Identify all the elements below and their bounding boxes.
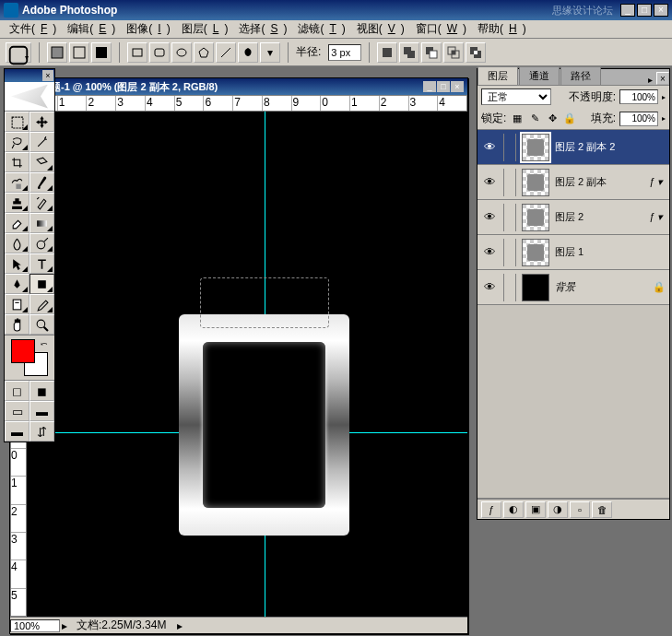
doc-close-button[interactable]: ×	[451, 81, 464, 92]
panel-menu-button[interactable]: ▸	[643, 75, 656, 85]
pen-tool[interactable]	[5, 274, 29, 294]
doc-info-dropdown-icon[interactable]: ▸	[177, 619, 183, 632]
hand-tool[interactable]	[5, 314, 29, 335]
visibility-icon[interactable]: 👁	[481, 139, 498, 156]
layer-row[interactable]: 👁图层 2ƒ ▾	[477, 200, 669, 235]
eyedropper-tool[interactable]	[29, 294, 54, 314]
tab-paths[interactable]: 路径	[560, 66, 601, 85]
doc-maximize-button[interactable]: □	[437, 81, 450, 92]
menu-图像[interactable]: 图像(I)	[121, 19, 175, 39]
layer-fx-icon[interactable]: ƒ ▾	[649, 211, 666, 223]
visibility-icon[interactable]: 👁	[481, 279, 498, 296]
combine-exclude[interactable]	[466, 42, 486, 63]
shape-tool[interactable]	[29, 274, 54, 294]
delete-layer-button[interactable]: 🗑	[592, 501, 612, 518]
opacity-slider-icon[interactable]: ▸	[662, 93, 666, 101]
standard-mode-icon[interactable]: ◻	[5, 381, 29, 401]
dodge-tool[interactable]	[29, 233, 54, 253]
combine-subtract[interactable]	[421, 42, 442, 63]
lock-paint-icon[interactable]: ✎	[527, 112, 542, 126]
menu-窗口[interactable]: 窗口(W)	[410, 19, 472, 39]
zoom-tool[interactable]	[29, 314, 54, 335]
type-tool[interactable]	[29, 253, 54, 274]
visibility-icon[interactable]: 👁	[481, 244, 498, 261]
lasso-tool[interactable]	[5, 132, 29, 152]
visibility-icon[interactable]: 👁	[481, 174, 498, 191]
healing-tool[interactable]	[5, 172, 29, 193]
radius-input[interactable]	[328, 44, 361, 61]
blend-mode-select[interactable]: 正常	[481, 88, 551, 105]
horizontal-ruler[interactable]: 012345678901234	[27, 95, 467, 112]
eraser-tool[interactable]	[5, 213, 29, 233]
toolbox-close-button[interactable]: ×	[42, 70, 53, 81]
fill-input[interactable]	[619, 112, 658, 126]
layer-row[interactable]: 👁图层 1	[477, 235, 669, 270]
menu-视图[interactable]: 视图(V)	[351, 19, 410, 39]
maximize-button[interactable]: □	[637, 4, 652, 17]
layer-row[interactable]: 👁图层 2 副本ƒ ▾	[477, 165, 669, 200]
zoom-input[interactable]	[10, 619, 60, 632]
layer-name[interactable]: 图层 2	[555, 210, 643, 224]
combine-add[interactable]	[399, 42, 419, 63]
lock-all-icon[interactable]: 🔒	[562, 112, 577, 126]
lock-move-icon[interactable]: ✥	[545, 112, 560, 126]
lock-transparency-icon[interactable]: ▦	[510, 112, 525, 126]
screen-full-icon[interactable]: ▬	[5, 421, 29, 442]
combine-intersect[interactable]	[443, 42, 464, 63]
screen-full-menu-icon[interactable]: ▬	[29, 401, 54, 421]
menu-图层[interactable]: 图层(L)	[176, 19, 234, 39]
link-column[interactable]	[503, 169, 516, 196]
layer-row[interactable]: 👁图层 2 副本 2	[477, 130, 669, 165]
layer-thumbnail[interactable]	[522, 274, 549, 301]
layer-thumbnail[interactable]	[522, 239, 549, 266]
layer-thumbnail[interactable]	[522, 134, 549, 161]
layer-name[interactable]: 背景	[555, 280, 647, 294]
gradient-tool[interactable]	[29, 213, 54, 233]
canvas[interactable]	[27, 112, 467, 617]
custom-shape[interactable]	[238, 42, 258, 63]
layer-fx-icon[interactable]: ƒ ▾	[649, 176, 666, 188]
jump-to-icon[interactable]: ⇵	[29, 421, 54, 442]
tab-layers[interactable]: 图层	[477, 66, 518, 85]
shape-options-dropdown[interactable]: ▾	[260, 42, 280, 63]
slice-tool[interactable]	[29, 152, 54, 172]
path-select-tool[interactable]	[5, 253, 29, 274]
link-column[interactable]	[503, 274, 516, 301]
combine-new[interactable]	[377, 42, 397, 63]
rectangle-shape[interactable]	[127, 42, 147, 63]
zoom-dropdown-icon[interactable]: ▸	[60, 619, 69, 632]
tool-preset-button[interactable]	[6, 42, 31, 63]
selection-marquee[interactable]	[200, 277, 329, 328]
shape-layer-mode[interactable]	[47, 42, 67, 63]
layer-style-button[interactable]: ƒ	[481, 501, 501, 518]
foreground-color[interactable]	[11, 339, 35, 363]
tab-channels[interactable]: 通道	[519, 66, 560, 85]
panel-close-button[interactable]: ×	[656, 72, 669, 85]
layer-thumbnail[interactable]	[522, 169, 549, 196]
path-mode[interactable]	[69, 42, 89, 63]
notes-tool[interactable]	[5, 294, 29, 314]
menu-滤镜[interactable]: 滤镜(T)	[292, 19, 350, 39]
doc-minimize-button[interactable]: _	[423, 81, 436, 92]
adjustment-layer-button[interactable]: ◑	[548, 501, 568, 518]
polygon-shape[interactable]	[194, 42, 214, 63]
menu-编辑[interactable]: 编辑(E)	[62, 19, 121, 39]
link-column[interactable]	[503, 134, 516, 161]
layer-name[interactable]: 图层 1	[555, 245, 666, 259]
crop-tool[interactable]	[5, 152, 29, 172]
visibility-icon[interactable]: 👁	[481, 209, 498, 226]
ellipse-shape[interactable]	[171, 42, 192, 63]
close-button[interactable]: ×	[654, 4, 668, 17]
menu-帮助[interactable]: 帮助(H)	[472, 19, 532, 39]
history-brush-tool[interactable]	[29, 193, 54, 213]
opacity-input[interactable]	[619, 89, 658, 104]
move-tool[interactable]	[29, 112, 54, 132]
blur-tool[interactable]	[5, 233, 29, 253]
marquee-tool[interactable]	[5, 112, 29, 132]
brush-tool[interactable]	[29, 172, 54, 193]
line-shape[interactable]	[216, 42, 236, 63]
fill-slider-icon[interactable]: ▸	[662, 114, 666, 123]
wand-tool[interactable]	[29, 132, 54, 152]
stamp-tool[interactable]	[5, 193, 29, 213]
menu-选择[interactable]: 选择(S)	[233, 19, 292, 39]
